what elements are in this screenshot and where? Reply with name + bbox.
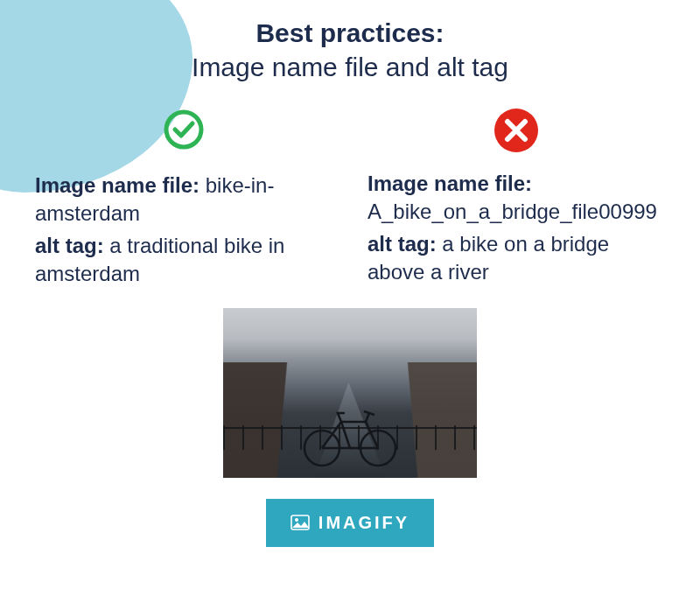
- bad-text: Image name file: A_bike_on_a_bridge_file…: [368, 170, 665, 287]
- good-text: Image name file: bike-in-amsterdam alt t…: [35, 172, 332, 289]
- bad-icon-wrap: [368, 109, 665, 152]
- cross-icon: [494, 109, 538, 152]
- good-column: Image name file: bike-in-amsterdam alt t…: [35, 109, 332, 292]
- check-icon: [163, 109, 205, 151]
- bad-filename-row: Image name file: A_bike_on_a_bridge_file…: [368, 170, 665, 227]
- heading-block: Best practices: Image name file and alt …: [35, 16, 665, 84]
- heading-main: Best practices:: [35, 16, 665, 50]
- brand-badge-wrap: IMAGIFY: [35, 481, 665, 547]
- svg-point-0: [166, 112, 201, 147]
- bad-alttag-row: alt tag: a bike on a bridge above a rive…: [368, 230, 665, 287]
- bad-alttag-label: alt tag:: [368, 232, 437, 256]
- bad-column: Image name file: A_bike_on_a_bridge_file…: [368, 109, 665, 292]
- brand-logo-mark-icon: [290, 515, 310, 530]
- good-alttag-label: alt tag:: [35, 234, 104, 257]
- bad-filename-label: Image name file:: [368, 172, 532, 195]
- content-container: Best practices: Image name file and alt …: [0, 0, 700, 547]
- good-filename-row: Image name file: bike-in-amsterdam: [35, 172, 332, 228]
- good-filename-label: Image name file:: [35, 173, 200, 197]
- bad-filename-value: A_bike_on_a_bridge_file00999: [368, 200, 657, 223]
- example-photo: [223, 308, 477, 478]
- brand-badge: IMAGIFY: [266, 499, 434, 547]
- good-icon-wrap: [35, 109, 332, 154]
- brand-name: IMAGIFY: [318, 513, 410, 533]
- svg-point-4: [295, 518, 298, 522]
- good-alttag-row: alt tag: a traditional bike in amsterdam: [35, 232, 332, 289]
- photo-bike: [298, 404, 402, 467]
- columns: Image name file: bike-in-amsterdam alt t…: [35, 109, 665, 292]
- heading-sub: Image name file and alt tag: [35, 50, 665, 84]
- image-section: IMAGIFY: [35, 308, 665, 547]
